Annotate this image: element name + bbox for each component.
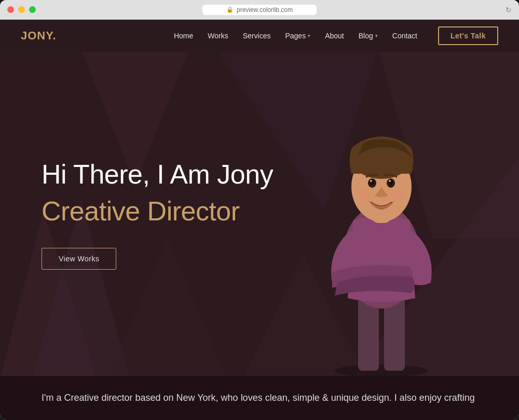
- mac-window: 🔒 preview.colorlib.com ↻ JONY. Home Work…: [0, 0, 519, 420]
- minimize-dot[interactable]: [18, 6, 25, 13]
- nav-works[interactable]: Works: [208, 32, 228, 40]
- mac-titlebar: 🔒 preview.colorlib.com ↻: [0, 0, 519, 20]
- svg-point-23: [392, 190, 404, 199]
- navbar: JONY. Home Works Services Pages ▾ About: [0, 20, 519, 52]
- hero-title: Hi There, I Am Jony: [42, 158, 273, 190]
- lets-talk-button[interactable]: Let's Talk: [438, 26, 498, 45]
- reload-icon[interactable]: ↻: [506, 6, 512, 14]
- svg-point-22: [359, 190, 371, 199]
- nav-contact[interactable]: Contact: [392, 32, 417, 40]
- maximize-dot[interactable]: [29, 6, 36, 13]
- site-logo[interactable]: JONY.: [21, 29, 57, 43]
- lock-icon: 🔒: [226, 6, 234, 13]
- hero-section: Hi There, I Am Jony Creative Director Vi…: [0, 52, 519, 376]
- nav-about[interactable]: About: [325, 32, 344, 40]
- hero-person: [291, 52, 488, 376]
- svg-point-9: [335, 365, 428, 376]
- svg-rect-11: [384, 298, 405, 371]
- svg-point-21: [389, 180, 391, 182]
- bio-strip: I'm a Creative director based on New Yor…: [0, 376, 519, 420]
- site-wrapper: JONY. Home Works Services Pages ▾ About: [0, 20, 519, 420]
- view-works-button[interactable]: View Works: [42, 248, 116, 270]
- hero-text-block: Hi There, I Am Jony Creative Director Vi…: [42, 158, 273, 270]
- nav-services[interactable]: Services: [243, 32, 271, 40]
- svg-rect-10: [358, 298, 379, 371]
- bio-text: I'm a Creative director based on New Yor…: [42, 390, 477, 405]
- address-bar[interactable]: 🔒 preview.colorlib.com: [202, 5, 317, 15]
- nav-pages[interactable]: Pages ▾: [285, 32, 310, 40]
- close-dot[interactable]: [7, 6, 14, 13]
- nav-blog[interactable]: Blog ▾: [359, 32, 378, 40]
- blog-chevron-icon: ▾: [375, 33, 378, 38]
- url-text: preview.colorlib.com: [237, 6, 293, 13]
- svg-point-20: [370, 180, 372, 182]
- nav-links: Home Works Services Pages ▾ About Blog ▾: [174, 32, 417, 40]
- hero-subtitle: Creative Director: [42, 195, 273, 227]
- nav-home[interactable]: Home: [174, 32, 193, 40]
- person-svg: [291, 106, 472, 376]
- pages-chevron-icon: ▾: [308, 33, 310, 38]
